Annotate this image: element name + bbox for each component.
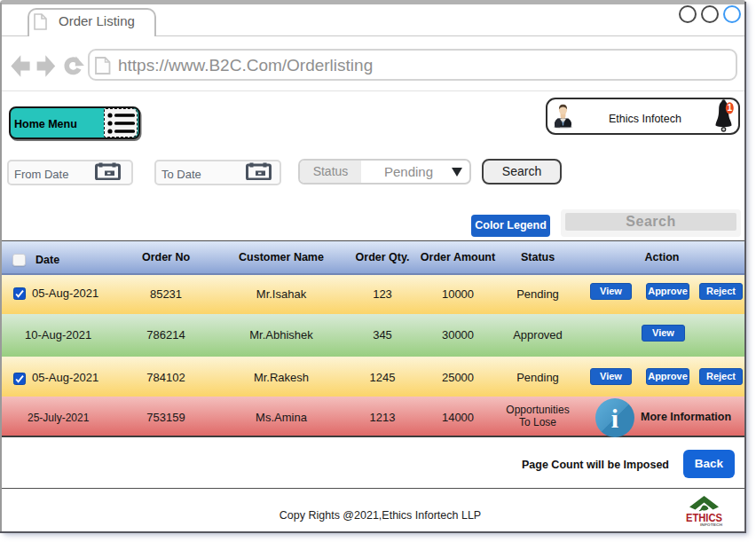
svg-text:INFOTECH: INFOTECH xyxy=(700,523,723,527)
svg-text:i: i xyxy=(611,404,618,433)
svg-text:1: 1 xyxy=(728,103,733,113)
